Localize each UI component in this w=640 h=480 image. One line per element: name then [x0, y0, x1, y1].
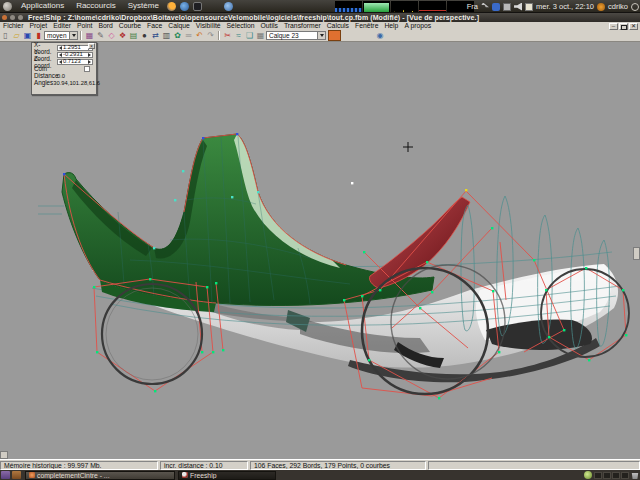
trash-icon[interactable] — [631, 471, 639, 479]
table-icon[interactable]: ▤ — [129, 31, 139, 41]
undo-icon[interactable]: ↶ — [195, 31, 205, 41]
solid-shade-icon[interactable]: ● — [140, 31, 150, 41]
menu-calque[interactable]: Calque — [165, 22, 193, 30]
new-window-icon[interactable]: ❏ — [245, 31, 255, 41]
point-coordinates-dialog[interactable]: × X-coord. 1.2951 Y-coord. -0.2931 Z-coo… — [31, 42, 97, 95]
menu-courbe[interactable]: Courbe — [116, 22, 144, 30]
pencil-icon[interactable]: ✎ — [96, 31, 106, 41]
system-monitor-applet[interactable] — [335, 1, 474, 12]
layer-color-button[interactable] — [328, 30, 341, 41]
taskbar-right-group — [584, 471, 640, 479]
corner-checkbox[interactable] — [84, 66, 90, 72]
linesplan-icon[interactable]: ▥ — [162, 31, 172, 41]
mail-icon[interactable] — [525, 3, 533, 11]
new-file-icon[interactable]: ▯ — [1, 31, 11, 41]
menu-outils[interactable]: Outils — [258, 22, 281, 30]
exit-icon[interactable]: ▮ — [34, 31, 44, 41]
spin-left-icon[interactable] — [59, 53, 62, 57]
flowlines-icon[interactable]: ≈ — [234, 31, 244, 41]
tray-icon[interactable] — [584, 471, 592, 479]
menu-bord[interactable]: Bord — [95, 22, 115, 30]
show-desktop-icon[interactable] — [12, 471, 21, 479]
spin-left-icon[interactable] — [59, 46, 62, 50]
spin-right-icon[interactable] — [88, 60, 91, 64]
menu-systeme[interactable]: Système — [122, 0, 165, 12]
workspace-1[interactable] — [594, 472, 602, 479]
workspace-2[interactable] — [603, 472, 611, 479]
menu-visibilite[interactable]: Visibilité — [193, 22, 224, 30]
open-folder-icon[interactable]: ▱ — [12, 31, 22, 41]
window-close-button[interactable] — [2, 15, 7, 20]
spin-right-icon[interactable] — [88, 53, 91, 57]
window-minimize-button[interactable] — [10, 15, 15, 20]
hydrostatics-icon[interactable]: ❖ — [118, 31, 128, 41]
cut-icon[interactable]: ✂ — [223, 31, 233, 41]
menu-selection[interactable]: Sélection — [224, 22, 258, 30]
layer-select[interactable]: Calque 23 — [266, 31, 326, 40]
perspective-viewport[interactable]: × X-coord. 1.2951 Y-coord. -0.2931 Z-coo… — [0, 42, 640, 459]
menu-fenetre[interactable]: Fenêtre — [352, 22, 381, 30]
viewport-edge-tab[interactable] — [633, 247, 640, 260]
redo-icon[interactable]: ↷ — [206, 31, 216, 41]
menu-apropos[interactable]: A propos — [401, 22, 434, 30]
flip-icon[interactable]: ⇄ — [151, 31, 161, 41]
grid-icon[interactable]: ▦ — [256, 31, 266, 41]
keyboard-layout-indicator[interactable]: Fra — [467, 2, 478, 11]
clock[interactable]: mer. 3 oct., 22:10 — [536, 2, 594, 11]
display-icon[interactable] — [503, 3, 511, 11]
workspace-icon[interactable] — [1, 471, 10, 479]
desktop: Applications Raccourcis Système Fra mer.… — [0, 0, 640, 480]
window-icon — [29, 472, 35, 478]
help-globe-icon[interactable]: ◉ — [375, 31, 385, 41]
security-badge-icon[interactable] — [597, 3, 605, 11]
mdi-restore-button[interactable] — [619, 23, 628, 30]
menu-fichier[interactable]: Fichier — [0, 22, 26, 30]
z-coord-row: Z-coord. 0.7123 — [34, 58, 94, 65]
x-coord-value[interactable]: 1.2951 — [63, 45, 88, 50]
task-window-1[interactable]: completementCintre - ... — [25, 471, 175, 480]
angles-row: Angles 30.94,101.28,61.6 — [34, 79, 94, 86]
window-titlebar[interactable]: Free!Ship : Z:\home\cdriko\Dropbox\Boita… — [0, 13, 640, 22]
toolbar-separator — [80, 31, 82, 40]
network-arrows-icon[interactable] — [481, 3, 489, 11]
menu-transformer[interactable]: Transformer — [281, 22, 324, 30]
task-window-freeship[interactable]: Freeship — [178, 471, 276, 480]
menu-applications[interactable]: Applications — [15, 0, 70, 12]
precision-select[interactable]: moyen — [44, 31, 78, 40]
network-globe-icon[interactable] — [224, 2, 233, 11]
menu-raccourcis[interactable]: Raccourcis — [70, 0, 122, 12]
username-label[interactable]: cdriko — [608, 2, 628, 11]
window-maximize-button[interactable] — [18, 15, 23, 20]
menu-projet[interactable]: Projet — [26, 22, 50, 30]
help-icon[interactable] — [180, 2, 189, 11]
bluetooth-icon[interactable] — [492, 3, 500, 11]
point-icon[interactable]: ◇ — [107, 31, 117, 41]
leaf-icon[interactable]: ✿ — [173, 31, 183, 41]
menu-face[interactable]: Face — [144, 22, 165, 30]
equal-icon[interactable]: ═ — [184, 31, 194, 41]
menu-editer[interactable]: Editer — [50, 22, 74, 30]
distro-logo-icon[interactable] — [3, 2, 12, 11]
close-icon[interactable]: × — [88, 43, 95, 49]
firefox-icon[interactable] — [167, 2, 176, 11]
z-coord-value[interactable]: 0.7123 — [63, 59, 88, 64]
workspace-3[interactable] — [612, 472, 620, 479]
spin-left-icon[interactable] — [59, 60, 62, 64]
save-icon[interactable]: ▣ — [23, 31, 33, 41]
z-coord-field[interactable]: 0.7123 — [57, 59, 93, 65]
menu-calculs[interactable]: Calculs — [324, 22, 352, 30]
desktop-top-panel: Applications Raccourcis Système Fra mer.… — [0, 0, 640, 13]
mdi-close-button[interactable]: ✕ — [629, 23, 638, 30]
power-icon[interactable] — [631, 3, 639, 11]
terminal-icon[interactable] — [193, 2, 202, 11]
workspace-switcher[interactable] — [594, 472, 629, 479]
workspace-4[interactable] — [621, 472, 629, 479]
menu-help[interactable]: Help — [381, 22, 401, 30]
y-coord-field[interactable]: -0.2931 — [57, 52, 93, 58]
y-coord-value[interactable]: -0.2931 — [63, 52, 88, 57]
volume-icon[interactable] — [514, 3, 522, 11]
menu-point[interactable]: Point — [74, 22, 96, 30]
mdi-minimize-button[interactable]: – — [609, 23, 618, 30]
intersections-icon[interactable]: ▦ — [85, 31, 95, 41]
velomobile-model — [0, 42, 640, 459]
